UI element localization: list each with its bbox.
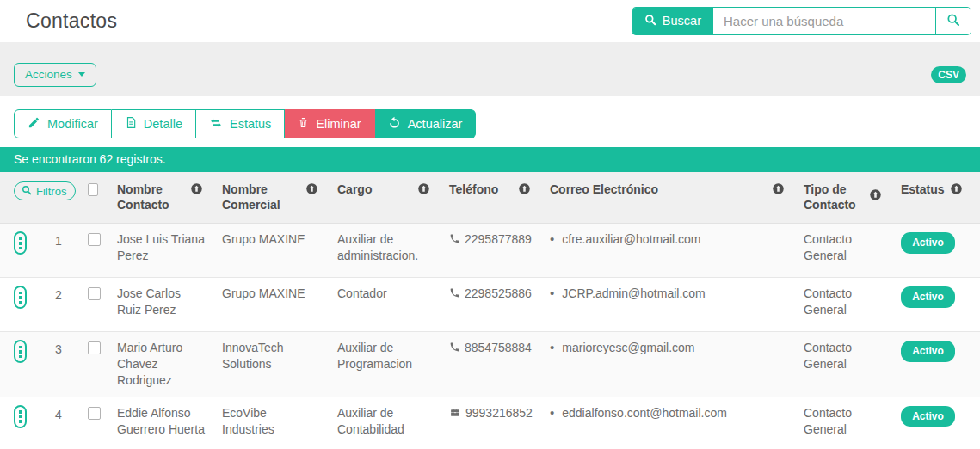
cell-correo: • cfre.auxiliar@hotmail.com <box>550 231 804 269</box>
bullet-icon: • <box>550 231 554 247</box>
column-label: Cargo <box>337 181 372 197</box>
status-badge[interactable]: Activo <box>901 341 955 361</box>
table-row: 1 Jose Luis Triana Perez Grupo MAXINE Au… <box>0 224 980 278</box>
row-checkbox[interactable] <box>88 287 101 300</box>
cell-nombre-comercial: EcoVibe Industries <box>222 405 337 443</box>
column-header-nombre-comercial[interactable]: Nombre Comercial <box>222 181 337 212</box>
cell-tipo-contacto: Contacto General <box>804 286 901 323</box>
cell-tipo-contacto: Contacto General <box>804 340 901 389</box>
filtros-label: Filtros <box>36 185 66 198</box>
cell-nombre-comercial: InnovaTech Solutions <box>222 340 337 389</box>
cell-nombre-comercial: Grupo MAXINE <box>222 231 337 269</box>
status-badge[interactable]: Activo <box>901 286 955 307</box>
column-header-telefono[interactable]: Teléfono <box>449 181 550 212</box>
column-label: Tipo de Contacto <box>804 181 869 212</box>
table-body: 1 Jose Luis Triana Perez Grupo MAXINE Au… <box>0 224 980 449</box>
header-checkbox-cell <box>88 181 117 212</box>
cell-cargo: Auxiliar de administracion. <box>337 231 449 269</box>
search-input[interactable] <box>713 8 935 34</box>
sort-up-icon[interactable] <box>772 182 785 199</box>
row-checkbox[interactable] <box>88 407 101 420</box>
chevron-down-icon <box>78 72 85 77</box>
row-drag-handle-icon[interactable] <box>14 405 27 428</box>
sort-up-icon[interactable] <box>869 188 882 205</box>
table-row: 3 Mario Arturo Chavez Rodriguez InnovaTe… <box>0 332 980 397</box>
cell-nombre-contacto: Jose Carlos Ruiz Perez <box>117 286 222 323</box>
cell-estatus: Activo <box>901 231 980 269</box>
filtros-button[interactable]: Filtros <box>14 181 76 200</box>
row-handle-cell <box>14 405 55 443</box>
modificar-label: Modificar <box>47 117 98 131</box>
cell-cargo: Auxiliar de Programacion <box>337 340 449 389</box>
trash-icon <box>298 116 309 132</box>
row-checkbox[interactable] <box>88 341 101 354</box>
search-bar: Buscar <box>632 7 971 35</box>
row-drag-handle-icon[interactable] <box>14 340 27 363</box>
table-row: 4 Eddie Alfonso Guerrero Huerta EcoVibe … <box>0 397 980 449</box>
eliminar-button[interactable]: Eliminar <box>285 109 374 138</box>
acciones-label: Acciones <box>25 68 72 81</box>
estatus-button[interactable]: Estatus <box>196 109 285 138</box>
search-icon <box>644 14 656 28</box>
column-header-correo[interactable]: Correo Electrónico <box>550 181 804 212</box>
bullet-icon: • <box>550 286 554 301</box>
status-badge[interactable]: Activo <box>901 406 955 427</box>
phone-icon <box>449 231 460 249</box>
sort-up-icon[interactable] <box>305 182 318 199</box>
row-checkbox[interactable] <box>88 233 101 246</box>
csv-export-badge[interactable]: CSV <box>931 66 966 83</box>
column-label: Estatus <box>901 181 945 197</box>
sort-up-icon[interactable] <box>190 182 203 199</box>
cell-cargo: Contador <box>337 286 449 323</box>
actualizar-button[interactable]: Actualizar <box>375 109 477 138</box>
actions-band: Acciones CSV <box>0 42 980 96</box>
page-header: Contactos Buscar <box>0 0 980 41</box>
column-header-cargo[interactable]: Cargo <box>337 181 449 212</box>
table-row: 2 Jose Carlos Ruiz Perez Grupo MAXINE Co… <box>0 278 980 332</box>
cell-estatus: Activo <box>901 340 980 389</box>
search-submit-button[interactable] <box>935 8 971 34</box>
row-number: 1 <box>55 231 88 269</box>
cell-correo: • JCRP.admin@hotmail.com <box>550 286 804 323</box>
phone-icon <box>449 286 460 303</box>
row-handle-cell <box>14 286 55 323</box>
cell-correo: • eddialfonso.cont@hotmail.com <box>550 405 804 443</box>
record-toolbar-group: Modificar Detalle Estatus Eliminar Actua… <box>14 109 476 138</box>
column-label: Teléfono <box>449 181 498 197</box>
sort-up-icon[interactable] <box>950 182 963 199</box>
cell-estatus: Activo <box>901 286 980 323</box>
detalle-button[interactable]: Detalle <box>112 109 196 138</box>
table-header-row: Filtros Nombre Contacto Nombre Comercial… <box>0 172 980 224</box>
bullet-icon: • <box>550 405 554 421</box>
phone-icon <box>449 340 460 357</box>
acciones-dropdown-button[interactable]: Acciones <box>14 63 96 87</box>
select-all-checkbox[interactable] <box>88 183 98 196</box>
column-header-tipo-contacto[interactable]: Tipo de Contacto <box>804 181 901 212</box>
modificar-button[interactable]: Modificar <box>14 109 112 138</box>
cell-telefono: 8854758884 <box>449 340 550 389</box>
column-label: Nombre Comercial <box>222 181 305 212</box>
cell-nombre-contacto: Eddie Alfonso Guerrero Huerta <box>117 405 222 443</box>
cell-nombre-contacto: Mario Arturo Chavez Rodriguez <box>117 340 222 389</box>
eliminar-label: Eliminar <box>316 117 361 131</box>
edit-icon <box>28 116 40 132</box>
cell-cargo: Auxiliar de Contabilidad <box>337 405 449 443</box>
column-header-estatus[interactable]: Estatus <box>901 181 980 212</box>
sort-up-icon[interactable] <box>518 182 531 199</box>
search-icon <box>22 185 32 198</box>
row-drag-handle-icon[interactable] <box>14 231 27 255</box>
column-header-nombre-contacto[interactable]: Nombre Contacto <box>117 181 222 212</box>
column-label: Nombre Contacto <box>117 181 190 212</box>
cell-tipo-contacto: Contacto General <box>804 231 901 269</box>
search-button[interactable]: Buscar <box>632 8 713 34</box>
sort-up-icon[interactable] <box>417 182 430 199</box>
refresh-icon <box>388 116 401 132</box>
search-icon <box>946 13 960 29</box>
row-drag-handle-icon[interactable] <box>14 286 27 309</box>
cell-estatus: Activo <box>901 405 980 443</box>
status-badge[interactable]: Activo <box>901 232 955 253</box>
exchange-arrows-icon <box>209 117 223 132</box>
column-label: Correo Electrónico <box>550 181 658 197</box>
bullet-icon: • <box>550 340 554 355</box>
search-button-label: Buscar <box>663 14 701 28</box>
